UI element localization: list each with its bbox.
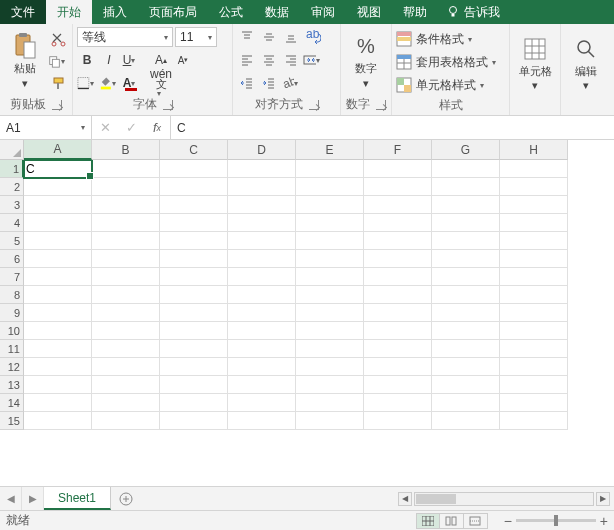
cell[interactable]: [92, 286, 160, 304]
cell[interactable]: [24, 412, 92, 430]
cell[interactable]: [364, 412, 432, 430]
cell[interactable]: [432, 304, 500, 322]
cell[interactable]: [228, 286, 296, 304]
cell[interactable]: [364, 340, 432, 358]
cells-button[interactable]: 单元格 ▾: [514, 27, 556, 99]
align-middle-button[interactable]: [259, 27, 279, 47]
dialog-launcher-icon[interactable]: [163, 100, 173, 110]
wrap-text-button[interactable]: ab: [303, 27, 323, 47]
name-box[interactable]: A1▾: [0, 116, 92, 139]
zoom-thumb[interactable]: [554, 515, 558, 526]
cell[interactable]: [432, 214, 500, 232]
cell[interactable]: [228, 394, 296, 412]
view-page-break-button[interactable]: [464, 513, 488, 529]
cell[interactable]: [364, 286, 432, 304]
cancel-formula-button[interactable]: ✕: [92, 116, 118, 139]
cell[interactable]: [92, 412, 160, 430]
underline-button[interactable]: U▾: [121, 50, 141, 70]
dialog-launcher-icon[interactable]: [52, 100, 62, 110]
cell[interactable]: [228, 358, 296, 376]
align-center-button[interactable]: [259, 50, 279, 70]
cell[interactable]: [296, 160, 364, 178]
cell[interactable]: [500, 394, 568, 412]
cell[interactable]: [296, 268, 364, 286]
cell[interactable]: [296, 358, 364, 376]
merge-button[interactable]: ▾: [303, 50, 323, 70]
cell[interactable]: [432, 322, 500, 340]
cell[interactable]: C: [24, 160, 92, 178]
scroll-track[interactable]: [414, 492, 594, 506]
cut-button[interactable]: [48, 29, 68, 49]
cell[interactable]: [296, 340, 364, 358]
cell[interactable]: [500, 412, 568, 430]
cells-area[interactable]: C: [24, 160, 568, 486]
cell[interactable]: [432, 268, 500, 286]
cell[interactable]: [160, 340, 228, 358]
cell[interactable]: [228, 304, 296, 322]
column-header[interactable]: A: [24, 140, 92, 160]
row-header[interactable]: 1: [0, 160, 24, 178]
add-sheet-button[interactable]: [111, 487, 141, 510]
conditional-format-button[interactable]: 条件格式▾: [396, 29, 505, 49]
cell[interactable]: [24, 286, 92, 304]
cell[interactable]: [228, 250, 296, 268]
column-header[interactable]: G: [432, 140, 500, 160]
cell[interactable]: [500, 178, 568, 196]
cell[interactable]: [296, 322, 364, 340]
cell[interactable]: [24, 214, 92, 232]
cell[interactable]: [296, 412, 364, 430]
cell[interactable]: [296, 286, 364, 304]
cell[interactable]: [296, 232, 364, 250]
cell[interactable]: [432, 196, 500, 214]
cell[interactable]: [24, 178, 92, 196]
row-header[interactable]: 14: [0, 394, 24, 412]
tab-insert[interactable]: 插入: [92, 0, 138, 24]
tab-review[interactable]: 审阅: [300, 0, 346, 24]
cell[interactable]: [500, 268, 568, 286]
cell[interactable]: [500, 196, 568, 214]
cell[interactable]: [500, 340, 568, 358]
cell[interactable]: [500, 376, 568, 394]
cell[interactable]: [432, 178, 500, 196]
tab-data[interactable]: 数据: [254, 0, 300, 24]
row-header[interactable]: 13: [0, 376, 24, 394]
zoom-out-button[interactable]: −: [504, 513, 512, 529]
phonetic-button[interactable]: wén文▾: [151, 73, 171, 93]
tell-me[interactable]: 告诉我: [438, 0, 508, 24]
column-header[interactable]: E: [296, 140, 364, 160]
scroll-right-button[interactable]: ▶: [596, 492, 610, 506]
font-color-button[interactable]: A▾: [121, 73, 141, 93]
cell[interactable]: [228, 160, 296, 178]
cell[interactable]: [500, 214, 568, 232]
cell[interactable]: [160, 412, 228, 430]
cell[interactable]: [160, 160, 228, 178]
tab-home[interactable]: 开始: [46, 0, 92, 24]
tab-view[interactable]: 视图: [346, 0, 392, 24]
cell[interactable]: [24, 376, 92, 394]
cell[interactable]: [500, 286, 568, 304]
column-header[interactable]: B: [92, 140, 160, 160]
cell[interactable]: [364, 304, 432, 322]
cell[interactable]: [500, 250, 568, 268]
cell[interactable]: [500, 232, 568, 250]
cell[interactable]: [296, 178, 364, 196]
column-header[interactable]: F: [364, 140, 432, 160]
tab-help[interactable]: 帮助: [392, 0, 438, 24]
row-header[interactable]: 3: [0, 196, 24, 214]
paste-button[interactable]: 粘贴 ▾: [4, 27, 46, 94]
decrease-indent-button[interactable]: [237, 73, 257, 93]
cell[interactable]: [160, 232, 228, 250]
dialog-launcher-icon[interactable]: [376, 100, 386, 110]
row-header[interactable]: 6: [0, 250, 24, 268]
cell[interactable]: [92, 178, 160, 196]
row-header[interactable]: 5: [0, 232, 24, 250]
cell-styles-button[interactable]: 单元格样式▾: [396, 75, 505, 95]
editing-button[interactable]: 编辑 ▾: [565, 27, 607, 99]
cell[interactable]: [24, 196, 92, 214]
cell[interactable]: [296, 250, 364, 268]
cell[interactable]: [296, 196, 364, 214]
column-header[interactable]: C: [160, 140, 228, 160]
cell[interactable]: [432, 160, 500, 178]
tab-formulas[interactable]: 公式: [208, 0, 254, 24]
cell[interactable]: [92, 340, 160, 358]
